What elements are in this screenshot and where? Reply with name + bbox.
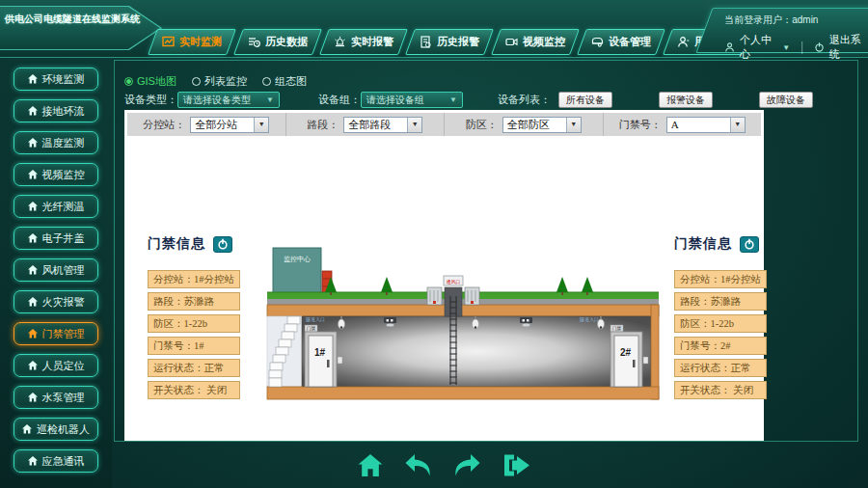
home-icon — [28, 106, 38, 116]
zone-select[interactable]: 全部防区 ▼ — [502, 117, 582, 133]
sidebar-item-video[interactable]: 视频监控 — [14, 163, 98, 186]
all-devices-button[interactable]: 所有设备 — [558, 92, 612, 108]
substation-select[interactable]: 全部分站 ▼ — [190, 117, 269, 133]
tab-realtime-monitor[interactable]: 实时监测 — [148, 29, 236, 55]
filter-door-no: 门禁号： A ▼ — [604, 113, 762, 136]
content-area: 分控站： 全部分站 ▼ 路段： 全部路段 ▼ 防区： 全部防区 ▼ — [124, 110, 764, 441]
door-power-button[interactable] — [213, 236, 232, 253]
field-switch-status: 开关状态： 关闭 — [148, 381, 240, 399]
field-road: 路段：苏滁路 — [674, 292, 767, 311]
device-toolbar: 设备类型： 请选择设备类型 ▼ 设备组： 请选择设备组 ▼ 设备列表： 所有设备… — [124, 92, 813, 108]
sidebar-item-manhole-cover[interactable]: 电子井盖 — [14, 227, 98, 250]
device-group-label: 设备组： — [318, 93, 361, 107]
user-box: 当前登录用户：admin 个人中心 ▼ 退出系统 — [695, 8, 868, 53]
alarm-bell-icon — [334, 36, 346, 48]
home-button[interactable] — [356, 452, 385, 478]
home-icon — [356, 452, 385, 478]
profile-menu[interactable]: 个人中心 — [740, 33, 777, 62]
sidebar-item-env-monitor[interactable]: 环境监测 — [14, 68, 98, 91]
field-substation: 分控站：1#分控站 — [148, 270, 240, 288]
user-icon — [677, 36, 690, 48]
logout-icon — [501, 452, 531, 478]
device-type-select[interactable]: 请选择设备类型 ▼ — [177, 92, 280, 108]
radio-list-monitor[interactable]: 列表监控 — [192, 74, 247, 89]
sidebar-item-inspection-robot[interactable]: 巡检机器人 — [14, 418, 98, 441]
panel-title: 门禁信息 — [148, 235, 205, 253]
door-number-left: 1# — [314, 347, 326, 358]
field-run-status: 运行状态：正常 — [148, 359, 240, 377]
door-no-select[interactable]: A ▼ — [666, 117, 746, 133]
sidebar: 环境监测 接地环流 温度监测 视频监控 光纤测温 电子井盖 风机管理 火灾报警 … — [0, 58, 112, 488]
sidebar-item-personnel-location[interactable]: 人员定位 — [14, 354, 98, 377]
main-tabs: 实时监测 历史数据 — [152, 29, 753, 55]
radio-icon — [262, 77, 271, 86]
logout-button[interactable]: 退出系统 — [829, 33, 867, 62]
camera-icon — [505, 36, 518, 48]
sidebar-item-emergency-comm[interactable]: 应急通讯 — [14, 449, 98, 473]
exit-button[interactable] — [501, 452, 531, 478]
tab-realtime-alarm[interactable]: 实时报警 — [319, 29, 408, 55]
control-center-label: 监控中心 — [284, 256, 311, 262]
home-icon — [28, 265, 38, 275]
home-icon — [28, 361, 38, 370]
back-arrow-icon — [404, 452, 433, 478]
device-type-label: 设备类型： — [124, 93, 177, 107]
panel-title: 门禁信息 — [674, 235, 732, 253]
alarm-devices-button[interactable]: 报警设备 — [659, 92, 713, 108]
app-title: 供电公司电缆隧道在线监测系统 — [5, 13, 159, 26]
current-user-label: 当前登录用户：admin — [724, 14, 867, 27]
chevron-down-icon: ▼ — [782, 43, 790, 52]
entrance-label-right: 隧道入口 — [580, 316, 599, 323]
door-power-button[interactable] — [740, 236, 759, 253]
filter-road: 路段： 全部路段 ▼ — [286, 113, 446, 136]
power-icon — [744, 238, 755, 250]
history-data-icon — [248, 36, 260, 48]
dropdown-arrow-icon: ▼ — [254, 118, 268, 132]
forward-arrow-icon — [452, 452, 481, 478]
device-icon — [591, 36, 604, 48]
entrance-label-left: 隧道入口 — [306, 316, 325, 323]
forward-button[interactable] — [452, 452, 481, 478]
field-run-status: 运行状态：正常 — [674, 359, 767, 377]
realtime-monitor-icon — [162, 36, 175, 48]
dropdown-arrow-icon: ▼ — [730, 118, 745, 132]
history-alarm-icon — [420, 36, 432, 48]
main-panel: GIS地图 列表监控 组态图 设备类型： 请选择设备类型 ▼ 设备组： 请选择设… — [114, 60, 858, 442]
sidebar-item-fire-alarm[interactable]: 火灾报警 — [14, 290, 98, 313]
home-icon — [28, 297, 38, 307]
sidebar-item-fiber-temp[interactable]: 光纤测温 — [14, 195, 98, 218]
home-icon — [28, 74, 38, 84]
sidebar-item-ground-current[interactable]: 接地环流 — [14, 99, 98, 122]
sidebar-item-fan-manage[interactable]: 风机管理 — [14, 258, 98, 282]
sidebar-item-temperature[interactable]: 温度监测 — [14, 131, 98, 154]
home-icon — [28, 170, 38, 179]
sidebar-item-pump-manage[interactable]: 水泵管理 — [14, 386, 98, 409]
filter-substation: 分控站： 全部分站 ▼ — [127, 113, 286, 136]
road-select[interactable]: 全部路段 ▼ — [343, 117, 422, 133]
chevron-down-icon: ▼ — [266, 95, 274, 104]
tab-device-manage[interactable]: 设备管理 — [577, 29, 665, 55]
power-icon — [814, 41, 825, 53]
door-info-panel-right: 门禁信息 分控站：1#分控站 路段：苏滁路 防区：1-22b 门禁号：2# 运行… — [674, 235, 774, 403]
fault-devices-button[interactable]: 故障设备 — [759, 92, 813, 108]
tab-history-alarm[interactable]: 历史报警 — [405, 29, 494, 55]
device-group-select[interactable]: 请选择设备组 ▼ — [361, 92, 463, 108]
home-icon — [28, 456, 38, 466]
header: 供电公司电缆隧道在线监测系统 实时监测 历史数据 — [0, 0, 868, 58]
home-icon — [28, 202, 38, 211]
tab-video-monitor[interactable]: 视频监控 — [491, 29, 580, 55]
radio-gis-map[interactable]: GIS地图 — [124, 74, 176, 89]
tunnel-illustration: 监控中心 — [261, 240, 665, 416]
home-icon — [28, 233, 38, 243]
person-icon — [724, 41, 735, 53]
field-zone: 防区：1-22b — [674, 314, 767, 333]
footer-nav — [123, 447, 763, 482]
field-switch-status: 开关状态： 关闭 — [674, 381, 767, 399]
back-button[interactable] — [404, 452, 433, 478]
sidebar-item-access-control[interactable]: 门禁管理 — [14, 322, 98, 345]
radio-scada-view[interactable]: 组态图 — [262, 74, 307, 89]
dropdown-arrow-icon: ▼ — [407, 118, 421, 132]
home-icon — [28, 329, 38, 339]
field-zone: 防区：1-22b — [148, 314, 240, 333]
tab-history-data[interactable]: 历史数据 — [233, 29, 322, 55]
